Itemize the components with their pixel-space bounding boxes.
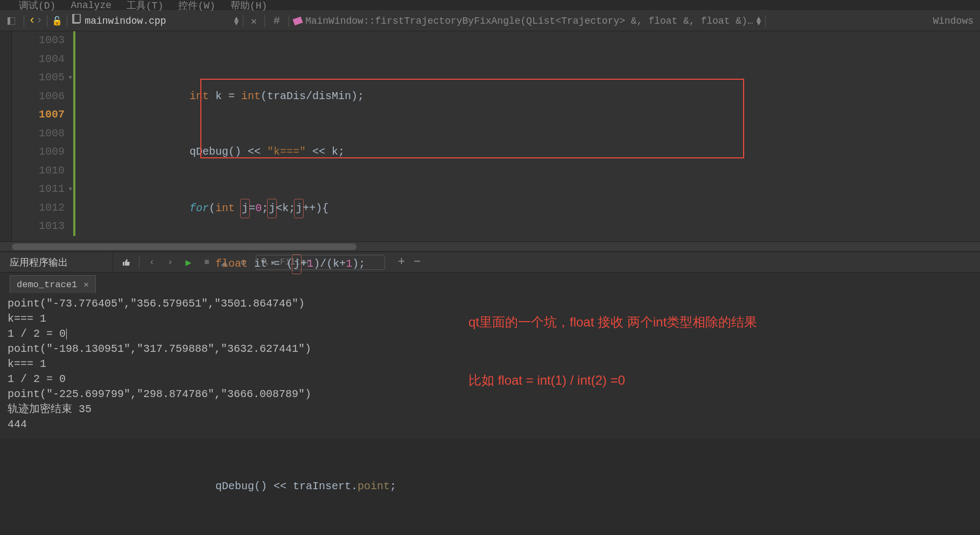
menu-analyze[interactable]: Analyze (71, 0, 111, 11)
file-switch-updown-icon[interactable]: ▲▼ (234, 17, 239, 25)
menu-help[interactable]: 帮助(H) (230, 0, 267, 12)
code-line: qDebug() << "k===" << k; (80, 143, 980, 162)
file-name[interactable]: mainwindow.cpp (85, 16, 166, 26)
line-number-gutter: 1003 1004 1005▼ 1006 1007 1008 1009 1010… (12, 31, 75, 241)
code-line: for(int j=0;j<k;j++){ (80, 199, 980, 218)
menu-widgets[interactable]: 控件(W) (178, 0, 215, 12)
line-number: 1003 (12, 31, 65, 50)
line-number: 1004 (12, 50, 65, 69)
code-line: int k = int(traDis/disMin); (80, 87, 980, 106)
svg-rect-3 (74, 14, 80, 23)
fold-icon[interactable]: ▼ (68, 68, 72, 87)
nav-forward-icon[interactable]: › (36, 14, 43, 27)
separator (67, 15, 67, 27)
code-line: float it = (j+1)/(k+1); (80, 254, 980, 273)
menu-debug[interactable]: 调试(D) (19, 0, 55, 12)
console-line: k=== 1 (8, 357, 972, 372)
left-margin-strip (0, 31, 12, 241)
console-output[interactable]: point("-73.776405","356.579651","3501.86… (0, 293, 980, 439)
line-number: 1006 (12, 87, 65, 106)
console-line: point("-73.776405","356.579651","3501.86… (8, 296, 972, 311)
separator (243, 15, 243, 27)
menu-bar: 调试(D) Analyze 工具(T) 控件(W) 帮助(H) (0, 0, 980, 11)
console-line: 轨迹加密结束 35 (8, 402, 972, 417)
hash-icon[interactable]: # (274, 15, 280, 27)
line-number: 1013 (12, 217, 65, 236)
symbol-tag-icon (292, 16, 303, 25)
annotation-text: qt里面的一个坑，float 接收 两个int类型相除的结果 (468, 315, 757, 330)
line-number: 1009 (12, 143, 65, 162)
code-area[interactable]: int k = int(traDis/disMin); qDebug() << … (75, 31, 980, 241)
symbol-breadcrumb[interactable]: MainWindow::firstTrajectoryByFixAngle(QL… (305, 16, 753, 26)
annotation-text: 比如 float = int(1) / int(2) =0 (468, 373, 625, 388)
code-line: qDebug() << traInsert.point; (80, 477, 980, 496)
console-line: 444 (8, 417, 972, 432)
code-editor: 1003 1004 1005▼ 1006 1007 1008 1009 1010… (0, 31, 980, 241)
editor-toolbar: ‹ › 🔓 mainwindow.cpp ▲▼ ✕ # MainWindow::… (0, 11, 980, 31)
line-number-active: 1007 (12, 106, 65, 124)
platform-label[interactable]: Windows (933, 16, 974, 26)
horizontal-scrollbar[interactable] (0, 241, 980, 251)
line-number: 1012 (12, 199, 65, 218)
text-cursor (66, 329, 67, 339)
separator (47, 15, 47, 27)
close-file-icon[interactable]: ✕ (251, 15, 257, 27)
separator (264, 15, 265, 27)
lock-icon[interactable]: 🔓 (52, 16, 62, 26)
line-number: 1005▼ (12, 68, 65, 87)
line-number: 1008 (12, 124, 65, 143)
nav-back-icon[interactable]: ‹ (29, 14, 36, 27)
svg-rect-1 (8, 17, 10, 25)
separator (289, 15, 289, 27)
sidebar-toggle-icon[interactable] (5, 15, 17, 27)
console-line: point("-198.130951","317.759888","3632.6… (8, 342, 972, 357)
line-number: 1010 (12, 162, 65, 180)
symbol-switch-updown-icon[interactable]: ▲▼ (757, 17, 761, 25)
fold-icon[interactable]: ▼ (68, 180, 72, 199)
scrollbar-thumb[interactable] (12, 244, 356, 250)
code-line: if(!traInserList.contains(traInsert)){ (80, 533, 980, 536)
line-number: 1011▼ (12, 180, 65, 199)
output-tab-label: demo_trace1 (17, 280, 77, 290)
console-line: point("-225.699799","298.874786","3666.0… (8, 387, 972, 402)
separator (765, 15, 766, 27)
separator (24, 15, 24, 27)
file-icon (72, 14, 81, 27)
menu-tools[interactable]: 工具(T) (127, 0, 163, 12)
